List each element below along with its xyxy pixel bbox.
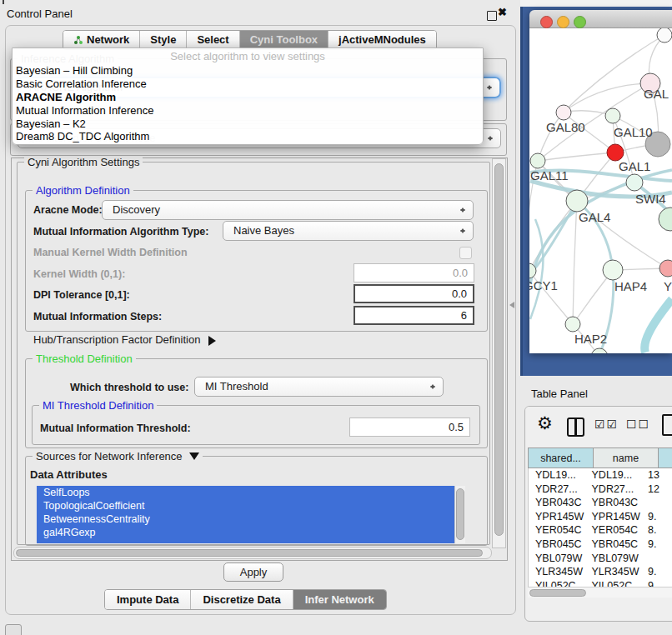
data-attributes-label: Data Attributes — [30, 468, 108, 481]
column-header-name[interactable]: name — [594, 448, 659, 468]
dropdown-item-list: Bayesian – Hill ClimbingBasic Correlatio… — [13, 64, 483, 143]
float-window-icon[interactable] — [487, 11, 497, 21]
split-pane-collapse-icon[interactable] — [506, 302, 514, 308]
table-row[interactable]: YLR345WYLR345W9. — [529, 565, 672, 579]
network-node-hap4[interactable] — [603, 260, 623, 280]
zoom-traffic-light[interactable] — [574, 16, 586, 28]
network-node-gal4[interactable] — [566, 190, 588, 212]
tab-network[interactable]: Network — [63, 31, 140, 49]
table-cell: YBL079W — [529, 552, 585, 566]
mi-steps-input[interactable]: 6 — [354, 306, 474, 325]
dropdown-item[interactable]: ARACNE Algorithm — [13, 91, 483, 104]
sources-legend[interactable]: Sources for Network Inference — [33, 450, 203, 465]
tab-infer-network[interactable]: Infer Network — [293, 590, 386, 609]
dropdown-item[interactable]: Bayesian – K2 — [13, 118, 483, 131]
manual-kernel-checkbox[interactable] — [459, 247, 472, 259]
expanded-arrow-icon — [189, 452, 199, 465]
table-panel-box: ⚙ ☑☑ ☐☐ shared... name YDL19...YDL19...1… — [524, 406, 672, 622]
table-horizontal-scrollbar[interactable] — [528, 587, 672, 598]
dropdown-item[interactable]: Dream8 DC_TDC Algorithm — [13, 130, 483, 143]
combo-stepper-icon — [487, 133, 494, 143]
attribute-list-item[interactable]: TopologicalCoefficient — [37, 499, 464, 512]
tab-style[interactable]: Style — [140, 31, 187, 49]
tab-discretize-data[interactable]: Discretize Data — [191, 590, 293, 609]
docked-panel-button[interactable] — [5, 624, 22, 635]
tab-label: Infer Network — [305, 593, 374, 606]
table-row[interactable]: YBR043CYBR043C — [529, 496, 672, 510]
network-window-titlebar — [529, 10, 672, 28]
scrollbar-thumb[interactable] — [456, 488, 464, 540]
network-node-hap2[interactable] — [565, 317, 580, 332]
table-row[interactable]: YPR145WYPR145W9. — [529, 510, 672, 524]
settings-horizontal-scrollbar[interactable] — [13, 547, 492, 559]
combo-stepper-icon — [459, 205, 466, 215]
table-cell: YBR045C — [529, 538, 585, 552]
gear-icon[interactable]: ⚙ — [537, 413, 553, 433]
network-node-y[interactable] — [659, 260, 672, 277]
hub-section-label: Hub/Transcription Factor Definition — [33, 333, 200, 346]
tab-cyni-toolbox[interactable]: Cyni Toolbox — [240, 31, 328, 49]
table-header-row: shared... name — [528, 448, 672, 468]
minimize-traffic-light[interactable] — [557, 16, 569, 28]
kernel-width-input[interactable]: 0.0 — [354, 263, 474, 282]
network-node-gal10[interactable] — [605, 108, 620, 123]
network-node-gal80[interactable] — [556, 105, 571, 120]
combo-stepper-icon — [429, 382, 436, 392]
attributes-scrollbar[interactable] — [454, 486, 465, 543]
table-row[interactable]: YBR045CYBR045C9. — [529, 538, 672, 552]
table-row[interactable]: YDL19...YDL19...13 — [529, 468, 672, 482]
network-node[interactable] — [657, 28, 672, 42]
column-header-clipped[interactable] — [659, 448, 672, 468]
aracne-mode-label: Aracne Mode: — [33, 204, 103, 216]
aracne-mode-combo[interactable]: Discovery — [102, 200, 474, 220]
scrollbar-thumb[interactable] — [529, 589, 586, 597]
node-label: GAL4 — [579, 210, 610, 224]
column-header-shared[interactable]: shared... — [528, 448, 594, 468]
dropdown-item[interactable]: Basic Correlation Inference — [13, 78, 483, 91]
apply-button[interactable]: Apply — [223, 562, 283, 582]
tab-impute-data[interactable]: Impute Data — [105, 590, 191, 609]
mi-threshold-input[interactable]: 0.5 — [349, 418, 470, 437]
node-label: HAP4 — [614, 279, 647, 293]
algorithm-definition-legend: Algorithm Definition — [33, 184, 133, 197]
tab-select[interactable]: Select — [187, 31, 239, 49]
network-node-swi4[interactable] — [626, 174, 643, 191]
mi-steps-label: Mutual Information Steps: — [33, 311, 162, 322]
table-cell: YIL052C — [585, 579, 642, 587]
scrollbar-thumb[interactable] — [16, 549, 483, 557]
table-row[interactable]: YER054CYER054C8. — [529, 523, 672, 538]
select-all-icon[interactable]: ☑☑ — [594, 418, 619, 431]
table-cell: YLR345W — [585, 565, 642, 579]
table-row[interactable]: YDR27...YDR27...12 — [529, 482, 672, 497]
table-row[interactable]: YIL052CYIL052C9. — [529, 579, 672, 587]
mi-type-combo[interactable]: Naive Bayes — [223, 221, 474, 241]
deselect-all-icon[interactable]: ☐☐ — [626, 418, 650, 431]
export-table-icon[interactable] — [662, 414, 672, 436]
tab-jactivemnodules[interactable]: jActiveMNodules — [328, 31, 436, 49]
table-cell: YPR145W — [529, 510, 585, 524]
hub-section-header[interactable]: Hub/Transcription Factor Definition — [33, 333, 221, 346]
close-icon[interactable]: ✖ — [498, 6, 507, 18]
which-threshold-label: Which threshold to use: — [70, 382, 188, 393]
network-node-gal11[interactable] — [530, 153, 545, 168]
mi-type-value: Naive Bayes — [233, 224, 294, 237]
control-panel-title: Control Panel — [7, 8, 73, 20]
scrollbar-thumb[interactable] — [494, 163, 504, 536]
network-node[interactable] — [659, 208, 672, 231]
dpi-tolerance-input[interactable]: 0.0 — [354, 284, 474, 303]
attribute-list-item[interactable]: gal4RGexp — [37, 526, 464, 539]
network-node-gal1[interactable] — [607, 144, 624, 161]
dropdown-item[interactable]: Bayesian – Hill Climbing — [13, 64, 483, 78]
manual-kernel-label: Manual Kernel Width Definition — [33, 247, 188, 258]
which-threshold-combo[interactable]: MI Threshold — [194, 377, 444, 397]
bottom-tabbar: Impute Data Discretize Data Infer Networ… — [104, 589, 387, 610]
table-row[interactable]: YBL079WYBL079W — [529, 552, 672, 566]
network-canvas[interactable]: GALGAL80GAL10GAL1GAL11SWI4GAL4GCY1HAP4YH… — [529, 28, 672, 353]
dropdown-item[interactable]: Mutual Information Inference — [13, 104, 483, 118]
columns-icon[interactable] — [567, 418, 584, 437]
attribute-list-item[interactable]: BetweennessCentrality — [37, 512, 464, 526]
settings-vertical-scrollbar[interactable] — [492, 158, 506, 548]
tab-label: Impute Data — [117, 593, 178, 606]
close-traffic-light[interactable] — [540, 16, 553, 28]
attribute-list-item[interactable]: SelfLoops — [37, 486, 464, 499]
